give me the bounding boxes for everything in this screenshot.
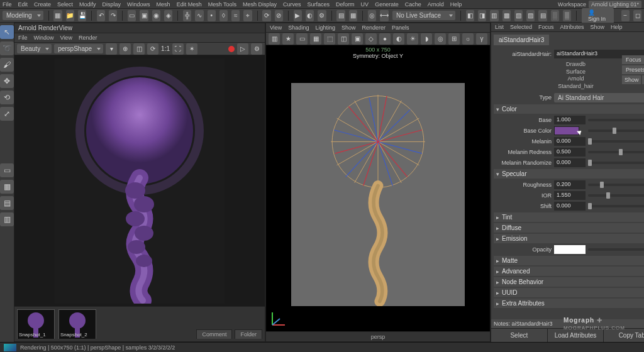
snap-surface-icon[interactable]: ≈ — [231, 10, 240, 21]
xray-icon[interactable]: ◎ — [368, 10, 376, 21]
aov-dropdown[interactable]: Beauty — [17, 44, 52, 53]
toggle-h-icon[interactable]: ░ — [551, 10, 559, 21]
render-viewport[interactable] — [14, 55, 265, 306]
menu-arnold[interactable]: Arnold — [428, 1, 444, 8]
save-snap-icon[interactable]: ✶ — [186, 43, 197, 55]
opacity-swatch[interactable] — [554, 245, 586, 254]
toggle-e-icon[interactable]: ▧ — [514, 10, 523, 21]
section-emission[interactable]: Emission — [494, 234, 644, 243]
presets-button[interactable]: Presets* — [622, 65, 644, 74]
vp-xray-icon[interactable]: ⊞ — [448, 33, 460, 45]
section-color[interactable]: Color — [494, 104, 644, 114]
menu-cache[interactable]: Cache — [405, 1, 421, 8]
load-attributes-button[interactable]: Load Attributes — [548, 329, 604, 342]
tab-comment[interactable]: Comment — [196, 329, 232, 339]
win-max-icon[interactable]: ◻ — [633, 10, 641, 21]
vp-menu-shading[interactable]: Shading — [288, 25, 309, 31]
win-min-icon[interactable]: − — [621, 10, 630, 21]
randomize-field[interactable]: 0.000 — [554, 158, 586, 167]
toggle-c-icon[interactable]: ▥ — [490, 10, 498, 21]
menu-meshdisplay[interactable]: Mesh Display — [243, 1, 277, 8]
select-tool-icon[interactable]: ↖ — [0, 25, 14, 39]
select-hier-icon[interactable]: ▣ — [140, 10, 148, 21]
panel-layout-icon[interactable]: ▤ — [336, 10, 345, 21]
vp-menu-view[interactable]: View — [270, 25, 282, 31]
rotate-tool-icon[interactable]: ⟲ — [0, 91, 14, 104]
save-scene-icon[interactable]: 💾 — [78, 10, 86, 21]
symmetry-icon[interactable]: ⟷ — [380, 10, 389, 21]
toggle-b-icon[interactable]: ◨ — [478, 10, 486, 21]
section-advanced[interactable]: Advanced — [494, 267, 644, 276]
render-icon[interactable]: ▶ — [294, 10, 302, 21]
attr-menu-show[interactable]: Show — [591, 24, 605, 30]
menu-editmesh[interactable]: Edit Mesh — [177, 1, 202, 8]
region-icon[interactable]: ◫ — [133, 43, 145, 55]
section-diffuse[interactable]: Diffuse — [494, 223, 644, 233]
vp-menu-renderer[interactable]: Renderer — [362, 25, 386, 31]
select-object-icon[interactable]: ◉ — [152, 10, 160, 21]
vp-film-gate-icon[interactable]: ⬚ — [324, 33, 335, 45]
vp-image-plane-icon[interactable]: ▭ — [296, 33, 308, 45]
tab-folder[interactable]: Folder — [235, 329, 262, 339]
melanin-field[interactable]: 0.000 — [554, 137, 586, 146]
scale-tool-icon[interactable]: ⤢ — [0, 107, 14, 121]
attr-tab[interactable]: aiStandardHair3 — [494, 35, 549, 45]
toggle-g-icon[interactable]: ▤ — [538, 10, 547, 21]
layout-stack-icon[interactable]: ▤ — [0, 196, 14, 210]
menu-uv[interactable]: UV — [361, 1, 369, 8]
attr-menu-attributes[interactable]: Attributes — [560, 24, 584, 30]
snap-plane-icon[interactable]: ◊ — [219, 10, 228, 21]
attr-menu-list[interactable]: List — [495, 24, 504, 30]
vp-gate-mask-icon[interactable]: ▣ — [352, 33, 363, 45]
snap-view-icon[interactable]: ⌖ — [243, 10, 252, 21]
snap-curve-icon[interactable]: ∿ — [195, 10, 203, 21]
camera-dropdown[interactable]: perspShape — [54, 44, 103, 53]
snap-point-icon[interactable]: • — [208, 10, 216, 21]
pause-icon[interactable]: ▷ — [237, 43, 248, 55]
redness-slider[interactable] — [588, 151, 644, 153]
rv-menu-file[interactable]: File — [18, 35, 28, 41]
attr-menu-selected[interactable]: Selected — [510, 24, 532, 30]
menu-help[interactable]: Help — [450, 1, 462, 8]
vp-grid-icon[interactable]: ▦ — [310, 33, 321, 45]
vp-textured-icon[interactable]: ◐ — [393, 33, 404, 45]
undo-icon[interactable]: ↶ — [97, 10, 105, 21]
redness-field[interactable]: 0.500 — [554, 148, 586, 157]
history-icon[interactable]: ⟳ — [262, 10, 270, 21]
new-scene-icon[interactable]: ▦ — [53, 10, 62, 21]
viewport-canvas[interactable]: 500 x 750 Symmetry: Object Y — [266, 45, 490, 331]
attr-menu-help[interactable]: Help — [611, 24, 623, 30]
menu-curves[interactable]: Curves — [283, 1, 301, 8]
vp-gamma-icon[interactable]: γ — [476, 33, 487, 45]
roughness-slider[interactable] — [588, 184, 644, 186]
menu-generate[interactable]: Generate — [375, 1, 399, 8]
vp-expose-icon[interactable]: ☼ — [462, 33, 474, 45]
vp-menu-panels[interactable]: Panels — [392, 25, 409, 31]
focus-button[interactable]: Focus — [622, 55, 644, 64]
basecolor-slider[interactable] — [588, 129, 644, 132]
section-uuid[interactable]: UUID — [494, 288, 644, 297]
ior-slider[interactable] — [588, 194, 644, 197]
gear-icon[interactable]: ⚙ — [251, 43, 262, 55]
workspace-dropdown[interactable]: Arnold Lighting 01* — [589, 1, 641, 8]
copy-tab-button[interactable]: Copy Tab — [604, 329, 644, 342]
paint-select-tool-icon[interactable]: 🖌 — [0, 58, 14, 72]
menu-create[interactable]: Create — [34, 1, 51, 8]
dropdown-icon[interactable]: ▾ — [106, 43, 117, 55]
vp-resolution-gate-icon[interactable]: ◫ — [338, 33, 349, 45]
section-specular[interactable]: Specular — [494, 169, 644, 179]
vp-smooth-icon[interactable]: ● — [379, 33, 391, 45]
snapshot-1[interactable]: Snapshot_1 — [17, 309, 55, 339]
menu-modify[interactable]: Modify — [79, 1, 96, 8]
toggle-f-icon[interactable]: ▨ — [526, 10, 535, 21]
menu-mesh[interactable]: Mesh — [157, 1, 170, 8]
stop-render-icon[interactable] — [228, 46, 235, 52]
menu-meshtools[interactable]: Mesh Tools — [208, 1, 236, 8]
section-matte[interactable]: Matte — [494, 256, 644, 265]
select-component-icon[interactable]: ◈ — [164, 10, 172, 21]
base-slider[interactable] — [588, 119, 644, 121]
vp-menu-lighting[interactable]: Lighting — [315, 25, 335, 31]
shift-slider[interactable] — [588, 205, 644, 207]
menu-edit[interactable]: Edit — [18, 1, 28, 8]
layout-side-icon[interactable]: ▥ — [0, 212, 14, 226]
